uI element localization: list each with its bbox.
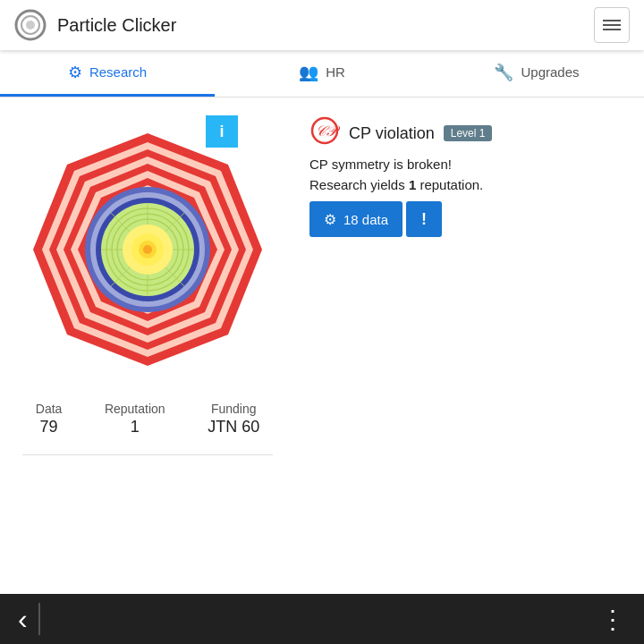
stat-reputation: Reputation 1	[105, 402, 165, 436]
svg-point-2	[26, 21, 35, 30]
bottom-divider	[38, 603, 40, 635]
tab-upgrades-label: Upgrades	[521, 64, 579, 80]
research-yield-value: 1	[409, 177, 416, 192]
tab-hr-label: HR	[326, 64, 345, 80]
cp-violation-icon: 𝒞𝒫	[309, 115, 340, 151]
research-tab-icon: ⚙	[68, 63, 82, 82]
level-badge: Level 1	[444, 125, 493, 141]
stat-funding: Funding JTN 60	[208, 402, 259, 436]
bottom-bar: ‹ ⋮	[0, 594, 644, 644]
right-panel: 𝒞𝒫 CP violation Level 1 CP symmetry is b…	[295, 97, 644, 595]
app-title: Particle Clicker	[57, 15, 176, 36]
particle-canvas[interactable]	[22, 124, 273, 375]
research-yield: Research yields 1 reputation.	[309, 177, 630, 192]
exclamation-icon: !	[421, 210, 427, 229]
research-title: CP violation	[349, 124, 435, 143]
divider	[22, 454, 273, 455]
research-item-header: 𝒞𝒫 CP violation Level 1	[309, 115, 630, 151]
info-icon: i	[219, 123, 224, 141]
left-panel: i	[0, 97, 295, 595]
app-bar-left: Particle Clicker	[14, 9, 176, 41]
exclamation-button[interactable]: !	[406, 201, 442, 237]
data-button-label: 18 data	[343, 212, 388, 227]
stat-funding-value: JTN 60	[208, 418, 259, 436]
app-bar: Particle Clicker	[0, 0, 644, 50]
info-button[interactable]: i	[206, 115, 238, 148]
research-yield-text: Research yields	[309, 177, 409, 192]
stat-reputation-label: Reputation	[105, 402, 165, 416]
research-description: CP symmetry is broken!	[309, 157, 630, 172]
stat-funding-label: Funding	[208, 402, 259, 416]
stat-data: Data 79	[36, 402, 63, 436]
stat-reputation-value: 1	[105, 418, 165, 436]
particle-svg	[22, 124, 273, 375]
tab-research[interactable]: ⚙ Research	[0, 50, 215, 97]
more-options-button[interactable]: ⋮	[600, 605, 626, 634]
tab-hr[interactable]: 👥 HR	[215, 50, 429, 97]
research-item: 𝒞𝒫 CP violation Level 1 CP symmetry is b…	[309, 115, 630, 237]
data-button[interactable]: ⚙ 18 data	[309, 201, 402, 237]
main-content: i	[0, 97, 644, 595]
tab-bar: ⚙ Research 👥 HR 🔧 Upgrades	[0, 50, 644, 97]
menu-button[interactable]	[594, 7, 630, 43]
stats-row: Data 79 Reputation 1 Funding JTN 60	[0, 384, 295, 445]
hamburger-icon	[603, 17, 621, 33]
back-button[interactable]: ‹	[18, 603, 28, 636]
app-logo-icon	[14, 9, 47, 41]
stat-data-value: 79	[36, 418, 63, 436]
research-yield-unit: reputation.	[416, 177, 483, 192]
svg-point-25	[143, 245, 152, 254]
hr-tab-icon: 👥	[299, 63, 318, 82]
tab-research-label: Research	[89, 64, 147, 80]
action-buttons: ⚙ 18 data !	[309, 201, 630, 237]
stat-data-label: Data	[36, 402, 63, 416]
tab-upgrades[interactable]: 🔧 Upgrades	[429, 50, 644, 97]
upgrades-tab-icon: 🔧	[494, 63, 513, 82]
gear-small-icon: ⚙	[324, 211, 336, 228]
